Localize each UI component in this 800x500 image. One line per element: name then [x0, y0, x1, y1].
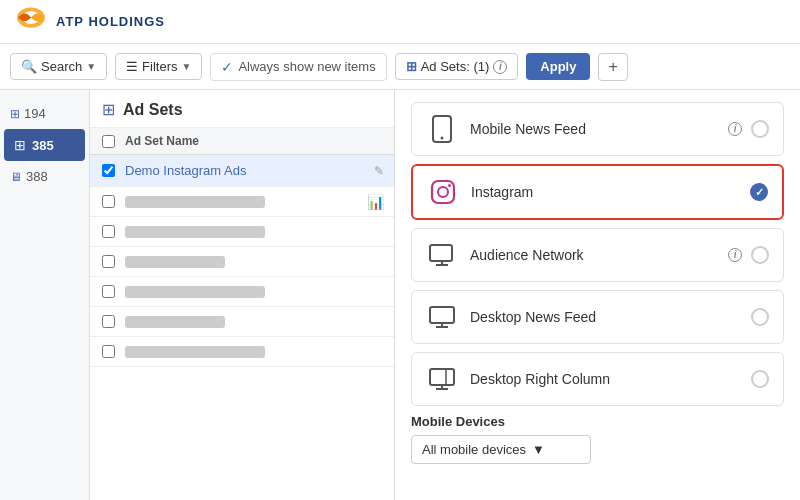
placement-desktop-right-column[interactable]: Desktop Right Column — [411, 352, 784, 406]
desktop-right-column-icon — [426, 363, 458, 395]
center-panel: ⊞ Ad Sets Ad Set Name Demo Instagram Ads… — [90, 90, 395, 500]
toolbar: 🔍 Search ▼ ☰ Filters ▼ ✓ Always show new… — [0, 44, 800, 90]
placement-audience-network[interactable]: Audience Network i — [411, 228, 784, 282]
center-title: Ad Sets — [123, 101, 183, 119]
sidebar-item-388[interactable]: 🖥 388 — [0, 161, 89, 192]
adsets-label: Ad Sets: (1) — [421, 59, 490, 74]
table-row[interactable]: Demo Instagram Ads ✎ — [90, 155, 394, 187]
svg-point-6 — [448, 184, 451, 187]
placement-name: Desktop News Feed — [470, 309, 751, 325]
table-header: Ad Set Name — [90, 128, 394, 155]
mobile-devices-select[interactable]: All mobile devices ▼ — [411, 435, 591, 464]
row-name: Demo Instagram Ads — [125, 163, 246, 178]
svg-rect-4 — [432, 181, 454, 203]
sidebar-count-194: 194 — [24, 106, 46, 121]
row-blurred-name — [125, 346, 265, 358]
row-checkbox[interactable] — [102, 315, 115, 328]
sidebar-item-194[interactable]: ⊞ 194 — [0, 98, 89, 129]
checkmark-icon: ✓ — [221, 59, 233, 75]
right-panel: Mobile News Feed i Instagram Audience N — [395, 90, 800, 500]
filter-icon: ☰ — [126, 59, 138, 74]
campaign-icon: ⊞ — [10, 107, 20, 121]
placement-name: Mobile News Feed — [470, 121, 728, 137]
placement-mobile-news-feed[interactable]: Mobile News Feed i — [411, 102, 784, 156]
mobile-devices-value: All mobile devices — [422, 442, 526, 457]
placement-radio[interactable] — [750, 183, 768, 201]
logo-container: ATP HOLDINGS — [12, 3, 165, 41]
search-label: Search — [41, 59, 82, 74]
row-blurred-name — [125, 316, 225, 328]
always-show-items[interactable]: ✓ Always show new items — [210, 53, 386, 81]
atp-logo-icon — [12, 3, 50, 41]
adset-icon: ⊞ — [14, 137, 26, 153]
row-blurred-name — [125, 226, 265, 238]
row-checkbox[interactable] — [102, 195, 115, 208]
info-icon: i — [728, 122, 742, 136]
info-icon: i — [493, 60, 507, 74]
adsets-button[interactable]: ⊞ Ad Sets: (1) i — [395, 53, 519, 80]
select-all-checkbox[interactable] — [102, 135, 115, 148]
row-checkbox[interactable] — [102, 164, 115, 177]
adsets-grid-icon: ⊞ — [406, 59, 417, 74]
svg-rect-13 — [430, 369, 454, 385]
table-row[interactable]: 📊 — [90, 187, 394, 217]
sidebar-item-385[interactable]: ⊞ 385 — [4, 129, 85, 161]
center-header: ⊞ Ad Sets — [90, 90, 394, 128]
mobile-devices-label: Mobile Devices — [411, 414, 784, 429]
always-show-label: Always show new items — [238, 59, 375, 74]
logo-text: ATP HOLDINGS — [56, 14, 165, 29]
table-row[interactable] — [90, 217, 394, 247]
placement-radio[interactable] — [751, 308, 769, 326]
placement-radio[interactable] — [751, 370, 769, 388]
placement-instagram[interactable]: Instagram — [411, 164, 784, 220]
adsets-grid-icon: ⊞ — [102, 100, 115, 119]
svg-rect-7 — [430, 245, 452, 261]
chevron-down-icon: ▼ — [532, 442, 545, 457]
row-checkbox[interactable] — [102, 345, 115, 358]
placement-radio[interactable] — [751, 120, 769, 138]
table-row[interactable] — [90, 307, 394, 337]
col-header-name: Ad Set Name — [125, 134, 199, 148]
placement-name: Desktop Right Column — [470, 371, 751, 387]
filters-label: Filters — [142, 59, 177, 74]
edit-icon: ✎ — [374, 164, 384, 178]
instagram-icon — [427, 176, 459, 208]
placement-name: Audience Network — [470, 247, 728, 263]
table-row[interactable] — [90, 247, 394, 277]
chevron-down-icon: ▼ — [182, 61, 192, 72]
chart-icon: 📊 — [367, 194, 384, 210]
row-blurred-name — [125, 256, 225, 268]
sidebar-count-385: 385 — [32, 138, 54, 153]
row-checkbox[interactable] — [102, 255, 115, 268]
row-blurred-name — [125, 196, 265, 208]
placement-desktop-news-feed[interactable]: Desktop News Feed — [411, 290, 784, 344]
svg-point-5 — [438, 187, 448, 197]
left-sidebar: ⊞ 194 ⊞ 385 🖥 388 — [0, 90, 90, 500]
monitor-icon: 🖥 — [10, 170, 22, 184]
audience-network-icon — [426, 239, 458, 271]
filters-button[interactable]: ☰ Filters ▼ — [115, 53, 202, 80]
search-icon: 🔍 — [21, 59, 37, 74]
search-button[interactable]: 🔍 Search ▼ — [10, 53, 107, 80]
desktop-news-feed-icon — [426, 301, 458, 333]
main-layout: ⊞ 194 ⊞ 385 🖥 388 ⊞ Ad Sets Ad Set Name … — [0, 90, 800, 500]
table-row[interactable] — [90, 337, 394, 367]
info-icon: i — [728, 248, 742, 262]
table-row[interactable] — [90, 277, 394, 307]
row-checkbox[interactable] — [102, 285, 115, 298]
apply-button[interactable]: Apply — [526, 53, 590, 80]
sidebar-count-388: 388 — [26, 169, 48, 184]
add-button[interactable]: + — [598, 53, 627, 81]
row-blurred-name — [125, 286, 265, 298]
placement-name: Instagram — [471, 184, 750, 200]
row-checkbox[interactable] — [102, 225, 115, 238]
svg-rect-10 — [430, 307, 454, 323]
placement-radio[interactable] — [751, 246, 769, 264]
logo-bar: ATP HOLDINGS — [0, 0, 800, 44]
chevron-down-icon: ▼ — [86, 61, 96, 72]
mobile-icon — [426, 113, 458, 145]
